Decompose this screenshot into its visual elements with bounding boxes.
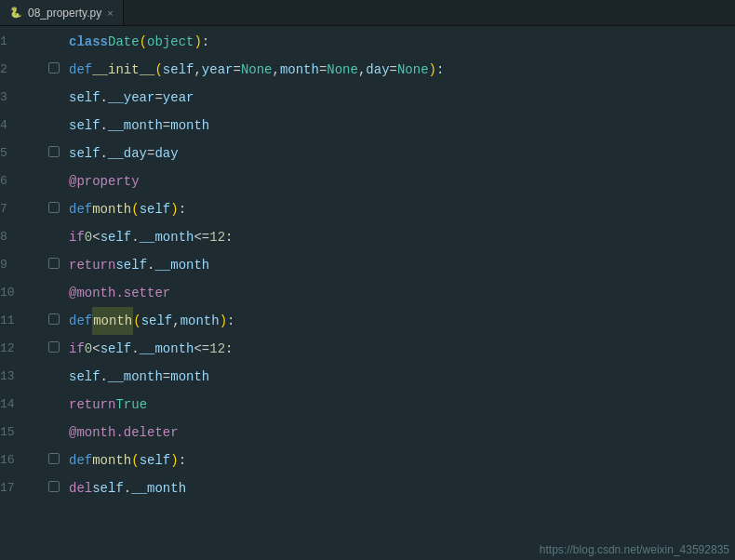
fold-icon[interactable]: [48, 453, 60, 464]
gutter-line: [47, 110, 65, 138]
editor: 1234567891011121314151617 class Date(obj…: [0, 26, 735, 560]
tab-file[interactable]: 🐍 08_property.py ×: [0, 0, 124, 25]
line-number: 5: [0, 140, 35, 167]
breakpoint-icon[interactable]: [48, 481, 60, 492]
gutter-line: [47, 333, 65, 361]
gutter-line: [47, 54, 65, 82]
line-number: 15: [0, 419, 35, 447]
line-number: 16: [0, 447, 35, 474]
code-area[interactable]: class Date(object): def __init__(self,ye…: [65, 26, 735, 560]
code-line: del self.__month: [69, 474, 735, 502]
gutter-line: [47, 82, 65, 110]
code-line: @property: [69, 167, 735, 195]
line-number: 3: [0, 84, 35, 112]
gutter-line: [47, 473, 65, 500]
code-line: self.__day = day: [69, 140, 735, 167]
fold-icon[interactable]: [48, 202, 60, 213]
fold-icon[interactable]: [48, 62, 60, 73]
code-line: def __init__(self,year = None,month = No…: [69, 56, 735, 84]
code-line: self.__year = year: [69, 84, 735, 112]
line-number: 14: [0, 391, 35, 419]
code-line: self.__month = month: [69, 363, 735, 391]
code-line: self.__month = month: [69, 112, 735, 140]
gutter-line: [47, 445, 65, 473]
code-line: if 0 < self.__month <=12:: [69, 223, 735, 251]
gutter-line: [47, 193, 65, 221]
close-icon[interactable]: ×: [107, 7, 113, 19]
gutter-line: [47, 361, 65, 389]
gutter-line: [47, 277, 65, 305]
code-line: class Date(object):: [69, 28, 735, 56]
breakpoint-icon[interactable]: [48, 146, 60, 157]
gutter-line: [47, 305, 65, 333]
tab-icon: 🐍: [9, 7, 22, 19]
gutter-line: [47, 389, 65, 417]
code-line: @month.setter: [69, 279, 735, 307]
code-line: return self.__month: [69, 251, 735, 279]
gutter-line: [47, 417, 65, 445]
gutter: [47, 26, 65, 560]
code-line: return True: [69, 391, 735, 419]
gutter-line: [47, 138, 65, 166]
line-number: 11: [0, 307, 35, 335]
code-line: def month(self):: [69, 447, 735, 474]
code-line: def month(self,month):: [69, 307, 735, 335]
line-number: 6: [0, 167, 35, 195]
gutter-line: [47, 26, 65, 54]
watermark: https://blog.csdn.net/weixin_43592835: [540, 543, 729, 556]
fold-icon[interactable]: [48, 313, 60, 325]
line-number: 7: [0, 195, 35, 223]
breakpoint-icon[interactable]: [48, 341, 60, 353]
gutter-line: [47, 221, 65, 249]
line-number: 1: [0, 28, 35, 56]
breakpoint-icon[interactable]: [48, 258, 60, 269]
line-number: 4: [0, 112, 35, 140]
code-line: def month(self):: [69, 195, 735, 223]
line-number: 10: [0, 279, 35, 307]
gutter-line: [47, 166, 65, 193]
gutter-line: [47, 249, 65, 277]
line-number: 8: [0, 223, 35, 251]
line-numbers: 1234567891011121314151617: [0, 26, 47, 560]
line-number: 2: [0, 56, 35, 84]
code-line: @month.deleter: [69, 419, 735, 447]
line-number: 9: [0, 251, 35, 279]
line-number: 12: [0, 335, 35, 363]
code-line: if 0< self.__month <=12:: [69, 335, 735, 363]
line-number: 17: [0, 474, 35, 502]
tab-filename: 08_property.py: [28, 7, 101, 20]
tab-bar: 🐍 08_property.py ×: [0, 0, 735, 26]
line-number: 13: [0, 363, 35, 391]
